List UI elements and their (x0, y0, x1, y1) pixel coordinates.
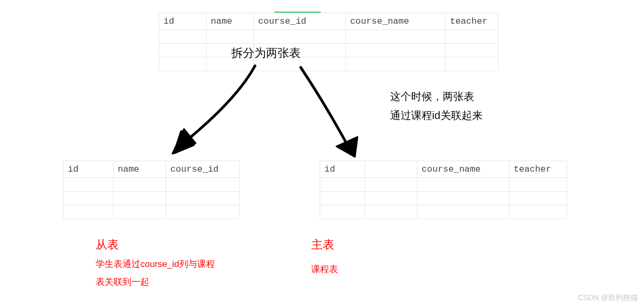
primary-table: id course_name teacher (320, 161, 567, 219)
svg-marker-0 (172, 129, 196, 154)
col-id: id (64, 161, 114, 178)
table-row (159, 44, 498, 57)
col-course-id: course_id (166, 161, 240, 178)
combined-table: id name course_id course_name teacher (159, 13, 498, 71)
secondary-desc: 学生表通过course_id列与课程 表关联到一起 (96, 255, 215, 291)
col-teacher: teacher (446, 13, 498, 30)
table-header-row: id course_name teacher (320, 161, 567, 178)
col-id: id (320, 161, 365, 178)
col-course-name: course_name (417, 161, 509, 178)
col-course-name: course_name (346, 13, 446, 30)
table-row (64, 205, 240, 219)
relation-line2: 通过课程id关联起来 (390, 106, 483, 125)
table-row (320, 192, 567, 205)
relation-line1: 这个时候，两张表 (390, 87, 483, 106)
table-header-row: id name course_id course_name teacher (159, 13, 498, 30)
table-row (159, 57, 498, 71)
col-name: name (207, 13, 254, 30)
table-row (320, 205, 567, 219)
watermark: CSDN @胜利熊猫 (578, 293, 638, 303)
table-header-row: id name course_id (64, 161, 240, 178)
col-teacher: teacher (509, 161, 567, 178)
table-row (64, 192, 240, 205)
secondary-table: id name course_id (63, 161, 240, 219)
primary-title: 主表 (311, 237, 334, 253)
col-id: id (159, 13, 207, 30)
col-course-id: course_id (254, 13, 346, 30)
secondary-desc-line1: 学生表通过course_id列与课程 (96, 255, 215, 273)
col-name: name (114, 161, 166, 178)
table-row (320, 178, 567, 192)
secondary-title: 从表 (96, 237, 119, 253)
svg-marker-1 (336, 137, 357, 157)
split-caption: 拆分为两张表 (231, 45, 301, 61)
table-row (64, 178, 240, 192)
primary-desc: 课程表 (311, 261, 338, 279)
secondary-desc-line2: 表关联到一起 (96, 273, 215, 291)
table-row (159, 30, 498, 44)
relation-caption: 这个时候，两张表 通过课程id关联起来 (390, 87, 483, 125)
col-blank (365, 161, 417, 178)
